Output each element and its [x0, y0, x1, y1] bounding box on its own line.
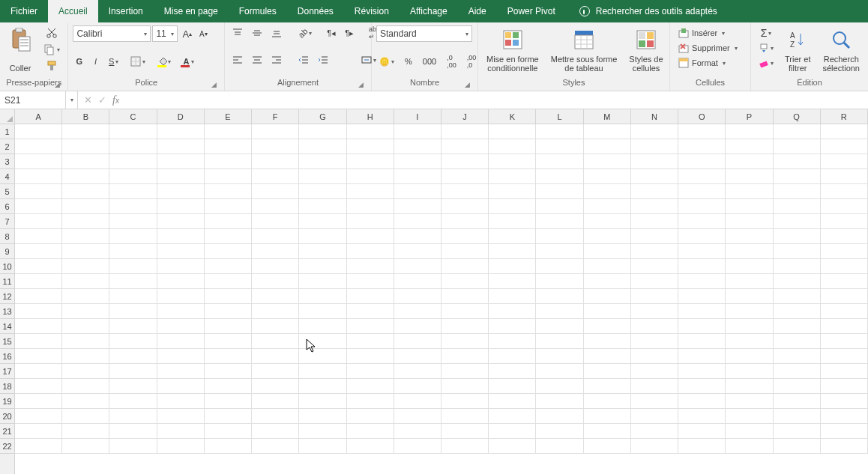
row-header-21[interactable]: 21: [0, 424, 14, 439]
align-top-button[interactable]: [229, 25, 246, 40]
cell[interactable]: [631, 424, 678, 439]
cell[interactable]: [109, 184, 157, 199]
cell[interactable]: [489, 154, 536, 169]
cell[interactable]: [347, 274, 394, 289]
cell[interactable]: [821, 199, 868, 214]
cell[interactable]: [726, 424, 773, 439]
cell[interactable]: [394, 319, 441, 334]
cell[interactable]: [299, 409, 346, 424]
cell[interactable]: [205, 199, 252, 214]
cell[interactable]: [441, 409, 489, 424]
cell[interactable]: [15, 394, 62, 409]
cell[interactable]: [62, 334, 109, 349]
cell[interactable]: [205, 289, 252, 304]
cell[interactable]: [726, 244, 773, 259]
cell[interactable]: [441, 379, 489, 394]
cell[interactable]: [821, 244, 868, 259]
cell[interactable]: [62, 184, 109, 199]
cell[interactable]: [631, 199, 678, 214]
increase-font-button[interactable]: A▴: [179, 26, 195, 41]
cell[interactable]: [15, 139, 62, 154]
row-header-18[interactable]: 18: [0, 379, 14, 394]
cell[interactable]: [109, 169, 157, 184]
cell[interactable]: [252, 244, 299, 259]
cell[interactable]: [536, 274, 583, 289]
row-header-15[interactable]: 15: [0, 334, 14, 349]
cell[interactable]: [252, 274, 299, 289]
cell[interactable]: [489, 139, 536, 154]
cell[interactable]: [62, 409, 109, 424]
cell[interactable]: [394, 184, 441, 199]
font-size-combo[interactable]: 11▾: [152, 25, 178, 42]
cell[interactable]: [726, 169, 773, 184]
cell[interactable]: [252, 124, 299, 139]
cell[interactable]: [441, 184, 489, 199]
row-header-5[interactable]: 5: [0, 184, 14, 199]
cell[interactable]: [109, 424, 157, 439]
cell[interactable]: [584, 349, 631, 364]
cell[interactable]: [394, 274, 441, 289]
cell[interactable]: [584, 154, 631, 169]
cell[interactable]: [157, 274, 205, 289]
cell[interactable]: [584, 424, 631, 439]
cell[interactable]: [441, 394, 489, 409]
cell[interactable]: [584, 169, 631, 184]
align-middle-button[interactable]: [249, 25, 265, 40]
cell[interactable]: [821, 379, 868, 394]
cell[interactable]: [821, 334, 868, 349]
cell[interactable]: [109, 214, 157, 229]
increase-decimal-button[interactable]: ,0,00: [444, 54, 459, 69]
cell[interactable]: [394, 154, 441, 169]
cell[interactable]: [15, 154, 62, 169]
cell[interactable]: [205, 229, 252, 244]
cell[interactable]: [774, 154, 821, 169]
cell[interactable]: [726, 154, 773, 169]
cell[interactable]: [536, 229, 583, 244]
select-all-corner[interactable]: [0, 109, 15, 124]
italic-button[interactable]: I: [91, 54, 100, 69]
cell[interactable]: [678, 169, 726, 184]
cell[interactable]: [774, 214, 821, 229]
cell[interactable]: [157, 394, 205, 409]
cell[interactable]: [726, 439, 773, 454]
cell[interactable]: [394, 244, 441, 259]
tell-me-search[interactable]: Rechercher des outils adaptés: [572, 0, 725, 22]
copy-button[interactable]: ▾: [40, 42, 63, 57]
cell[interactable]: [536, 304, 583, 319]
cell[interactable]: [631, 184, 678, 199]
cell[interactable]: [821, 259, 868, 274]
cell[interactable]: [252, 334, 299, 349]
cell[interactable]: [299, 229, 346, 244]
cell[interactable]: [489, 364, 536, 379]
cell[interactable]: [394, 349, 441, 364]
currency-button[interactable]: 🪙▾: [376, 54, 397, 69]
cell[interactable]: [299, 319, 346, 334]
column-header-H[interactable]: H: [347, 109, 394, 124]
cell[interactable]: [347, 289, 394, 304]
cell[interactable]: [15, 169, 62, 184]
cell[interactable]: [394, 199, 441, 214]
cell[interactable]: [252, 439, 299, 454]
cell[interactable]: [631, 349, 678, 364]
cell[interactable]: [109, 244, 157, 259]
cell[interactable]: [489, 274, 536, 289]
orientation-button[interactable]: ab▾: [295, 25, 315, 40]
cell[interactable]: [157, 229, 205, 244]
cell[interactable]: [536, 349, 583, 364]
cell[interactable]: [205, 334, 252, 349]
cell[interactable]: [62, 154, 109, 169]
cell[interactable]: [821, 139, 868, 154]
cell[interactable]: [821, 169, 868, 184]
cell[interactable]: [726, 124, 773, 139]
cell[interactable]: [678, 424, 726, 439]
cell[interactable]: [678, 184, 726, 199]
column-header-C[interactable]: C: [109, 109, 157, 124]
cell[interactable]: [299, 154, 346, 169]
cell[interactable]: [821, 229, 868, 244]
cell[interactable]: [252, 349, 299, 364]
cell[interactable]: [157, 169, 205, 184]
column-header-N[interactable]: N: [631, 109, 678, 124]
cell[interactable]: [252, 184, 299, 199]
cell[interactable]: [394, 169, 441, 184]
cell[interactable]: [441, 259, 489, 274]
